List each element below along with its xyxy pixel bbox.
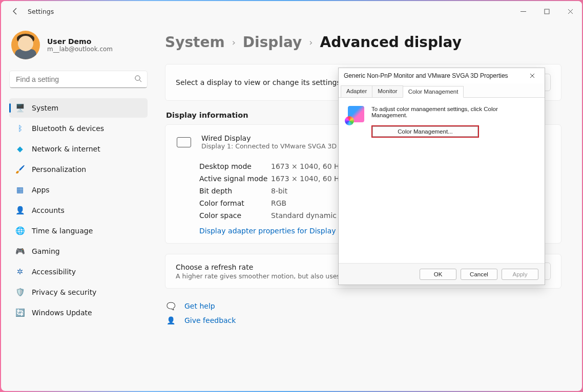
nav-accounts[interactable]: 👤 Accounts (9, 201, 148, 220)
settings-window: Settings User Demo m__lab@outlook.com (1, 1, 582, 391)
dialog-body-text: To adjust color management settings, cli… (371, 106, 535, 118)
gamepad-icon: 🎮 (15, 247, 25, 256)
sidebar: User Demo m__lab@outlook.com 🖥️ System ᛒ… (1, 21, 155, 391)
nav-time[interactable]: 🌐 Time & language (9, 221, 148, 241)
dialog-titlebar[interactable]: Generic Non-PnP Monitor and VMware SVGA … (339, 68, 545, 83)
minimize-button[interactable] (511, 1, 535, 21)
window-controls (511, 1, 582, 21)
nav-list: 🖥️ System ᛒ Bluetooth & devices ◆ Networ… (9, 97, 155, 323)
user-email: m__lab@outlook.com (47, 46, 113, 53)
clock-icon: 🌐 (15, 226, 25, 235)
search-input[interactable] (15, 75, 134, 84)
arrow-left-icon (11, 7, 19, 15)
adapter-properties-link[interactable]: Display adapter properties for Display 1 (199, 227, 343, 235)
apply-button[interactable]: Apply (502, 269, 538, 280)
nav-gaming[interactable]: 🎮 Gaming (9, 242, 148, 261)
maximize-icon (544, 9, 550, 14)
nav-accessibility[interactable]: ✲ Accessibility (9, 262, 148, 281)
bluetooth-icon: ᛒ (15, 124, 25, 133)
tab-adapter[interactable]: Adapter (341, 85, 372, 97)
breadcrumb: System › Display › Advanced display (165, 34, 561, 51)
user-name: User Demo (47, 37, 113, 46)
breadcrumb-display[interactable]: Display (243, 34, 302, 51)
display-sub: Display 1: Connected to VMware SVGA 3D (201, 142, 337, 150)
maximize-button[interactable] (535, 1, 558, 21)
search-icon (134, 75, 142, 84)
nav-label: Privacy & security (32, 288, 96, 296)
wifi-icon: ◆ (15, 144, 25, 154)
apps-icon: ▦ (15, 185, 25, 194)
get-help-row[interactable]: 🗨️ Get help (165, 299, 561, 313)
color-management-button[interactable]: Color Management... (371, 125, 479, 138)
select-display-text: Select a display to view or change its s… (176, 78, 341, 86)
breadcrumb-system[interactable]: System (165, 34, 225, 51)
nav-label: Accessibility (32, 268, 76, 276)
nav-label: Windows Update (32, 309, 92, 317)
give-feedback-row[interactable]: 👤 Give feedback (165, 313, 561, 328)
footer-links: 🗨️ Get help 👤 Give feedback (165, 299, 561, 328)
get-help-link[interactable]: Get help (184, 302, 215, 310)
nav-system[interactable]: 🖥️ System (9, 98, 148, 118)
brush-icon: 🖌️ (15, 165, 25, 174)
nav-label: Personalization (32, 165, 86, 173)
tab-color-management[interactable]: Color Management (403, 86, 464, 98)
person-icon: 👤 (15, 206, 25, 215)
properties-dialog: Generic Non-PnP Monitor and VMware SVGA … (338, 68, 545, 285)
dialog-close-button[interactable] (525, 70, 539, 81)
give-feedback-link[interactable]: Give feedback (184, 316, 236, 324)
nav-label: Time & language (32, 227, 93, 235)
svg-point-1 (135, 75, 140, 80)
window-title: Settings (28, 8, 54, 15)
titlebar: Settings (1, 1, 582, 21)
nav-label: Accounts (32, 206, 65, 214)
display-icon: 🖥️ (15, 103, 25, 113)
nav-network[interactable]: ◆ Network & internet (9, 139, 148, 159)
cancel-button[interactable]: Cancel (461, 269, 497, 280)
nav-bluetooth[interactable]: ᛒ Bluetooth & devices (9, 119, 148, 138)
monitor-icon (177, 137, 191, 147)
help-icon: 🗨️ (165, 302, 176, 310)
color-management-icon (348, 106, 364, 122)
breadcrumb-current: Advanced display (320, 34, 461, 51)
minimize-icon (520, 9, 526, 14)
dialog-title-text: Generic Non-PnP Monitor and VMware SVGA … (344, 72, 508, 79)
svg-rect-0 (545, 9, 549, 14)
ok-button[interactable]: OK (420, 269, 456, 280)
nav-update[interactable]: 🔄 Windows Update (9, 303, 148, 322)
close-icon (530, 73, 535, 78)
nav-label: Bluetooth & devices (32, 124, 104, 133)
avatar (11, 31, 40, 59)
accessibility-icon: ✲ (15, 267, 25, 276)
nav-personalization[interactable]: 🖌️ Personalization (9, 160, 148, 179)
nav-apps[interactable]: ▦ Apps (9, 180, 148, 200)
nav-label: Gaming (32, 247, 60, 255)
nav-label: Apps (32, 186, 50, 194)
display-name: Wired Display (201, 134, 337, 142)
nav-label: Network & internet (32, 145, 100, 153)
shield-icon: 🛡️ (15, 288, 25, 297)
close-button[interactable] (558, 1, 582, 21)
close-icon (568, 9, 573, 14)
feedback-icon: 👤 (165, 316, 176, 324)
search-box[interactable] (9, 71, 148, 88)
update-icon: 🔄 (15, 308, 25, 317)
dialog-body: To adjust color management settings, cli… (339, 98, 545, 263)
user-block[interactable]: User Demo m__lab@outlook.com (9, 21, 155, 70)
dialog-tabs: Adapter Monitor Color Management (339, 83, 545, 98)
chevron-right-icon: › (232, 37, 236, 48)
nav-label: System (32, 104, 58, 112)
nav-privacy[interactable]: 🛡️ Privacy & security (9, 282, 148, 302)
chevron-right-icon: › (309, 37, 313, 48)
tab-monitor[interactable]: Monitor (372, 85, 403, 97)
dialog-buttons: OK Cancel Apply (339, 263, 545, 285)
back-button[interactable] (5, 1, 26, 21)
